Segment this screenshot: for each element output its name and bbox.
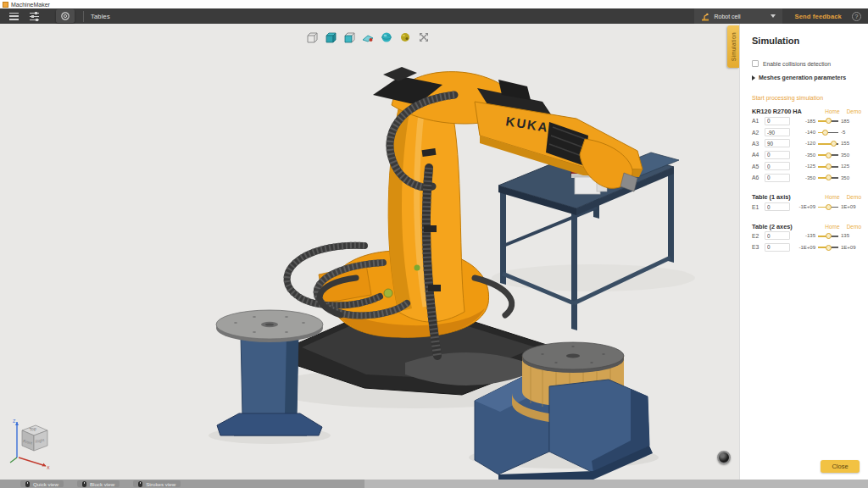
simulation-panel: Simulation Enable collisions detection M… bbox=[739, 24, 868, 480]
hint-label: Block view bbox=[90, 481, 114, 487]
slider-thumb-icon[interactable] bbox=[826, 233, 832, 239]
slider-thumb-icon[interactable] bbox=[826, 118, 832, 124]
material-ball-icon[interactable] bbox=[398, 30, 412, 44]
axis-z-label: Z bbox=[13, 419, 16, 424]
axis-slider[interactable] bbox=[818, 232, 838, 240]
axis-max-value: 1E+09 bbox=[841, 204, 861, 209]
view-hint: Strokes view bbox=[133, 480, 181, 487]
axis-row: A1-185185 bbox=[752, 115, 861, 126]
home-link[interactable]: Home bbox=[825, 194, 839, 200]
axis-group-header: Table (2 axes)HomeDemo bbox=[752, 223, 861, 230]
viewport-3d[interactable]: KUKA bbox=[0, 24, 739, 480]
status-bar: Quick viewBlock viewStrokes view bbox=[0, 480, 868, 488]
menu-button[interactable] bbox=[3, 8, 24, 24]
axis-group-header: Table (1 axis)HomeDemo bbox=[752, 193, 861, 201]
axis-min-value: -140 bbox=[793, 130, 815, 135]
axis-label: A5 bbox=[752, 164, 762, 169]
tab-tables[interactable]: Tables bbox=[91, 13, 110, 20]
positioner-left[interactable] bbox=[216, 310, 323, 435]
measure-plane-icon[interactable] bbox=[361, 30, 375, 44]
tab-simulation-vertical[interactable]: Simulation bbox=[727, 25, 739, 68]
axis-max-value: 1E+09 bbox=[841, 245, 861, 250]
axis-row: A2-140-5 bbox=[752, 126, 861, 137]
axis-max-value: 155 bbox=[841, 141, 861, 146]
robot-cell-label: Robot cell bbox=[714, 14, 740, 19]
slider-thumb-icon[interactable] bbox=[831, 141, 837, 147]
window-titlebar: MachineMaker bbox=[0, 0, 868, 8]
demo-link[interactable]: Demo bbox=[847, 224, 861, 230]
home-link[interactable]: Home bbox=[825, 108, 839, 114]
sphere-icon[interactable] bbox=[380, 30, 393, 44]
section-cube-icon[interactable] bbox=[342, 30, 356, 44]
axis-value-input[interactable] bbox=[765, 231, 790, 240]
axis-row: A6-350350 bbox=[752, 172, 861, 183]
axis-slider[interactable] bbox=[818, 151, 838, 158]
axis-value-input[interactable] bbox=[765, 139, 790, 147]
axis-max-value: 350 bbox=[841, 175, 861, 180]
solid-cube-icon[interactable] bbox=[324, 30, 337, 44]
slider-thumb-icon[interactable] bbox=[826, 175, 832, 180]
main-area: KUKA bbox=[0, 24, 868, 480]
axis-row: A4-350350 bbox=[752, 149, 861, 160]
collisions-label: Enable collisions detection bbox=[763, 61, 831, 67]
axis-slider[interactable] bbox=[818, 163, 838, 170]
axis-min-value: -1E+09 bbox=[793, 245, 815, 250]
wireframe-cube-icon[interactable] bbox=[305, 30, 319, 44]
close-button[interactable]: Close bbox=[821, 460, 860, 473]
axis-row: E3-1E+091E+09 bbox=[752, 241, 861, 252]
slider-thumb-icon[interactable] bbox=[826, 164, 832, 169]
axis-value-input[interactable] bbox=[765, 174, 790, 182]
axis-slider[interactable] bbox=[818, 243, 838, 251]
slider-thumb-icon[interactable] bbox=[826, 152, 832, 158]
help-button[interactable]: ? bbox=[852, 12, 861, 21]
start-processing-link[interactable]: Start processing simulation bbox=[752, 95, 823, 101]
fit-view-icon[interactable] bbox=[417, 30, 431, 44]
hint-label: Quick view bbox=[33, 481, 58, 487]
axis-label: A2 bbox=[752, 130, 762, 136]
axis-label: A3 bbox=[752, 141, 762, 147]
axis-value-input[interactable] bbox=[765, 202, 790, 211]
axis-group-name: KR120 R2700 HA bbox=[752, 108, 802, 115]
demo-link[interactable]: Demo bbox=[847, 194, 861, 200]
axis-min-value: -125 bbox=[793, 164, 815, 169]
send-feedback-button[interactable]: Send feedback bbox=[794, 13, 842, 20]
axis-max-value: 125 bbox=[841, 164, 861, 169]
mouse-hints-strip: Quick viewBlock viewStrokes view bbox=[0, 480, 364, 488]
filters-button[interactable] bbox=[24, 8, 44, 24]
mouse-icon bbox=[25, 481, 30, 487]
orbit-ball-button[interactable] bbox=[717, 451, 731, 464]
axis-value-input[interactable] bbox=[765, 243, 790, 252]
axis-min-value: -350 bbox=[793, 152, 815, 158]
axis-value-input[interactable] bbox=[765, 128, 790, 136]
axis-label: A6 bbox=[752, 175, 762, 180]
axis-slider[interactable] bbox=[818, 117, 838, 125]
axis-slider[interactable] bbox=[818, 129, 838, 136]
hamburger-icon bbox=[9, 13, 19, 20]
axis-slider[interactable] bbox=[818, 174, 838, 181]
axis-slider[interactable] bbox=[818, 203, 838, 211]
app-header: Tables Robot cell Send feedback ? bbox=[0, 8, 868, 24]
meshes-label: Meshes generation parameters bbox=[759, 75, 846, 80]
axis-value-input[interactable] bbox=[765, 117, 790, 125]
slider-thumb-icon[interactable] bbox=[826, 204, 832, 210]
axis-value-input[interactable] bbox=[765, 151, 790, 159]
collisions-checkbox[interactable] bbox=[752, 60, 759, 67]
slider-thumb-icon[interactable] bbox=[822, 130, 828, 136]
settings-button[interactable] bbox=[56, 9, 75, 23]
axis-label: A1 bbox=[752, 118, 762, 124]
view-cube[interactable]: Top Front Right Z X bbox=[7, 417, 66, 469]
robot-cell-dropdown[interactable]: Robot cell bbox=[694, 8, 782, 24]
axis-label: E1 bbox=[752, 204, 762, 210]
collisions-checkbox-row[interactable]: Enable collisions detection bbox=[752, 60, 861, 67]
meshes-expander[interactable]: Meshes generation parameters bbox=[752, 75, 861, 80]
mouse-icon bbox=[138, 481, 142, 487]
slider-thumb-icon[interactable] bbox=[826, 245, 832, 251]
axis-x-label: X bbox=[47, 465, 50, 469]
app-window: MachineMaker Tables bbox=[0, 0, 868, 488]
axis-label: E2 bbox=[752, 233, 762, 239]
axis-min-value: -185 bbox=[793, 119, 815, 124]
axis-value-input[interactable] bbox=[765, 162, 790, 170]
axis-slider[interactable] bbox=[818, 140, 838, 147]
demo-link[interactable]: Demo bbox=[847, 108, 861, 114]
home-link[interactable]: Home bbox=[825, 224, 839, 230]
